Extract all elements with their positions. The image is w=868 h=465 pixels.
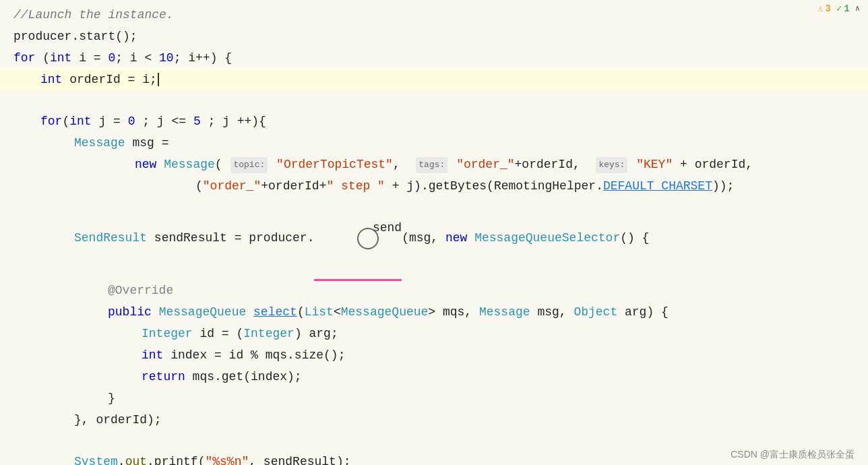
code-line-12: public MessageQueue select ( List < Mess… (0, 301, 868, 323)
param-keys: keys: (596, 157, 627, 173)
collapse-button[interactable]: ∧ (855, 3, 860, 13)
type-integer: Integer (142, 323, 193, 344)
code-line-3: for ( int i = 0 ; i < 10 ; i++) { (0, 47, 868, 69)
type-integer-cast: Integer (243, 323, 294, 344)
keyword-for: for (13, 48, 35, 69)
keyword-return: return (142, 367, 185, 388)
check-icon: ✓ (836, 3, 842, 14)
status-bar: ⚠ 3 ✓ 1 ∧ (809, 0, 868, 17)
watermark: CSDN @富士康质检员张全蛋 (717, 445, 868, 465)
string-order-prefix: "order_" (456, 154, 514, 175)
keyword-int-4: int (142, 345, 163, 366)
code-line-5 (0, 90, 868, 111)
warning-count: ⚠ 3 (817, 3, 831, 14)
type-mq: MessageQueue (159, 302, 247, 323)
type-mqselector: MessageQueueSelector (474, 228, 620, 249)
string-step: " step " (326, 176, 384, 197)
annotation-override: @Override (108, 280, 173, 301)
keyword-int-3: int (69, 111, 91, 132)
code-line-6: for ( int j = 0 ; j <= 5 ; j ++){ (0, 111, 868, 133)
type-sendresult: SendResult (74, 228, 147, 249)
warning-icon: ⚠ (817, 3, 823, 14)
code-content: //Launch the instance. producer.start();… (0, 0, 868, 465)
type-mq2: MessageQueue (341, 302, 429, 323)
keyword-int: int (50, 48, 71, 69)
code-line-17: }, orderId); (0, 409, 868, 431)
code-line-15: return mqs.get(index); (0, 366, 868, 388)
type-system: System (74, 452, 118, 465)
method-select[interactable]: select (253, 302, 297, 323)
link-default-charset[interactable]: DEFAULT_CHARSET (603, 176, 712, 197)
mouse-cursor-circle (357, 228, 379, 249)
code-line-14: int index = id % mqs.size(); (0, 344, 868, 366)
string-order2: "order_" (203, 176, 261, 197)
type-msg: Message (479, 302, 530, 323)
type-message: Message (74, 133, 125, 154)
check-count: ✓ 1 (836, 3, 850, 14)
field-out: out (125, 452, 147, 465)
code-editor: ⚠ 3 ✓ 1 ∧ //Launch the instance. produce… (0, 0, 868, 465)
code-line-8: new Message ( topic: "OrderTopicTest" , … (0, 154, 868, 176)
code-line-13: Integer id = ( Integer ) arg; (0, 323, 868, 344)
code-line-9: ( "order_" +orderId+ " step " + j).getBy… (0, 176, 868, 197)
param-topic: topic: (230, 157, 268, 173)
text-cursor (158, 73, 159, 86)
string-key: "KEY" (636, 154, 673, 175)
keyword-for-2: for (40, 111, 62, 132)
type-object: Object (574, 302, 617, 323)
comment-text: //Launch the instance. (13, 5, 174, 26)
param-tags: tags: (416, 157, 447, 173)
code-line-4: int orderId = i; (0, 69, 868, 90)
keyword-int-2: int (40, 69, 62, 90)
code-line-2: producer.start(); (0, 26, 868, 47)
keyword-new-2: new (445, 228, 467, 249)
type-message-2: Message (164, 154, 215, 175)
string-ordertopic: "OrderTopicTest" (276, 154, 393, 175)
keyword-new: new (135, 154, 156, 175)
code-line-7: Message msg = (0, 133, 868, 154)
type-list: List (305, 302, 334, 323)
code-line-1: //Launch the instance. (0, 4, 868, 26)
code-text: producer.start(); (13, 26, 137, 47)
code-line-10: SendResult sendResult = producer. send (… (0, 197, 868, 280)
code-line-16: } (0, 388, 868, 409)
code-line-11: @Override (0, 280, 868, 301)
string-format: "%s%n" (205, 452, 249, 465)
keyword-public: public (108, 302, 152, 323)
